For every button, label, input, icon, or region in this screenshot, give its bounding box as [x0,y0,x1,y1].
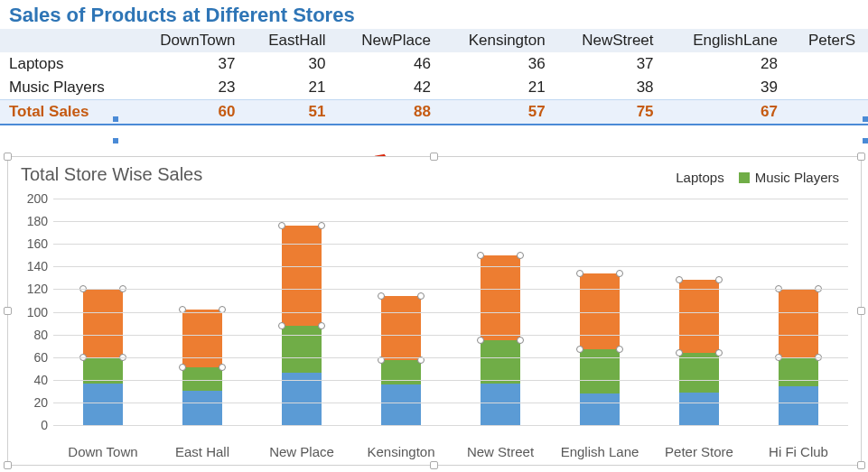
series-selection-handle[interactable] [477,337,484,344]
y-tick-label: 0 [41,418,48,432]
series-selection-handle[interactable] [616,270,623,277]
resize-handle[interactable] [857,461,865,469]
bar-segment-total[interactable] [779,289,818,356]
bar-segment-laptops[interactable] [381,384,421,425]
table-row-total[interactable]: Total Sales 60 51 88 57 75 67 [0,100,868,125]
series-selection-handle[interactable] [278,222,285,229]
cell: 36 [443,52,558,76]
cell: 38 [558,76,667,100]
y-tick-label: 120 [27,282,48,296]
data-table-wrap: DownTown EastHall NewPlace Kensington Ne… [0,29,868,125]
bar-segment-laptops[interactable] [282,373,322,425]
y-tick-label: 80 [33,328,48,342]
resize-handle[interactable] [4,461,12,469]
bar-segment-music-players[interactable] [481,340,520,384]
bar-segment-laptops[interactable] [182,391,222,425]
selection-handle[interactable] [863,138,868,143]
bar-segment-laptops[interactable] [779,386,818,425]
x-tick-label: Hi Fi Club [749,444,848,459]
resize-handle[interactable] [4,307,12,315]
series-selection-handle[interactable] [318,222,325,229]
bar-segment-music-players[interactable] [580,349,620,393]
cell: 30 [247,52,338,76]
legend-item-laptops[interactable]: Laptops [676,170,723,185]
x-tick-label: New Place [252,444,351,459]
row-label: Laptops [0,52,135,76]
bar-segment-music-players[interactable] [779,357,818,387]
cell-total: 88 [339,100,443,125]
table-header: NewPlace [339,29,443,52]
gridline [53,312,848,313]
y-tick-label: 160 [27,236,48,251]
series-selection-handle[interactable] [676,349,683,356]
series-selection-handle[interactable] [576,270,583,277]
bar-segment-laptops[interactable] [679,393,719,425]
bar-segment-laptops[interactable] [83,384,123,425]
table-header-empty [0,29,135,52]
series-selection-handle[interactable] [715,349,723,356]
cell-total: 75 [558,100,667,125]
selection-handle[interactable] [863,116,868,122]
resize-handle[interactable] [430,461,438,469]
bar-segment-total[interactable] [679,280,719,352]
gridline [53,266,848,267]
y-tick-label: 100 [27,305,48,319]
series-selection-handle[interactable] [676,276,683,283]
series-selection-handle[interactable] [417,292,425,300]
bar-segment-laptops[interactable] [580,393,620,425]
resize-handle[interactable] [430,153,438,161]
series-selection-handle[interactable] [576,346,583,353]
table-row-laptops: Laptops 37 30 46 36 37 28 [0,52,868,76]
x-tick-label: Kensington [351,444,451,459]
gridline [53,221,848,222]
series-selection-handle[interactable] [477,252,484,259]
table-header: EastHall [247,29,338,52]
x-axis-labels: Down TownEast HallNew PlaceKensingtonNew… [53,444,848,459]
series-selection-handle[interactable] [179,364,186,371]
series-selection-handle[interactable] [378,292,385,300]
cell-total: 57 [443,100,558,125]
chart-legend[interactable]: Laptops Music Players [676,170,839,185]
table-header-row: DownTown EastHall NewPlace Kensington Ne… [0,29,868,52]
x-tick-label: East Hall [153,444,252,459]
series-selection-handle[interactable] [278,322,285,329]
bar-segment-total[interactable] [83,289,123,356]
series-selection-handle[interactable] [219,364,226,371]
gridline [53,425,848,426]
y-tick-label: 200 [27,191,48,206]
chart-object[interactable]: Total Store Wise Sales Laptops Music Pla… [7,156,862,466]
series-selection-handle[interactable] [318,322,325,329]
selection-handle[interactable] [113,138,118,143]
bar-segment-total[interactable] [282,226,322,325]
bar-segment-music-players[interactable] [679,353,719,393]
cell: 37 [558,52,667,76]
table-header: NewStreet [558,29,667,52]
bar-segment-total[interactable] [182,310,222,367]
selection-handle[interactable] [113,116,118,122]
bar-segment-laptops[interactable] [481,384,520,425]
resize-handle[interactable] [4,153,12,161]
row-label: Music Players [0,76,135,100]
series-selection-handle[interactable] [517,337,524,344]
resize-handle[interactable] [857,153,865,161]
series-selection-handle[interactable] [715,276,723,283]
plot-area[interactable] [53,199,848,425]
gridline [53,380,848,381]
y-tick-label: 40 [33,373,48,387]
resize-handle[interactable] [857,307,865,315]
legend-item-music-players[interactable]: Music Players [739,170,839,185]
gridline [53,403,848,403]
cell: 42 [339,76,443,100]
bar-segment-total[interactable] [381,296,421,361]
bar-segment-music-players[interactable] [282,326,322,374]
bar-segment-music-players[interactable] [381,360,421,384]
cell: 39 [667,76,790,100]
bar-segment-total[interactable] [481,255,520,340]
x-tick-label: English Lane [550,444,649,459]
gridline [53,244,848,245]
legend-label: Music Players [755,170,839,185]
series-selection-handle[interactable] [517,252,524,259]
series-selection-handle[interactable] [616,346,623,353]
table-header: DownTown [135,29,247,52]
cell: 28 [667,52,790,76]
